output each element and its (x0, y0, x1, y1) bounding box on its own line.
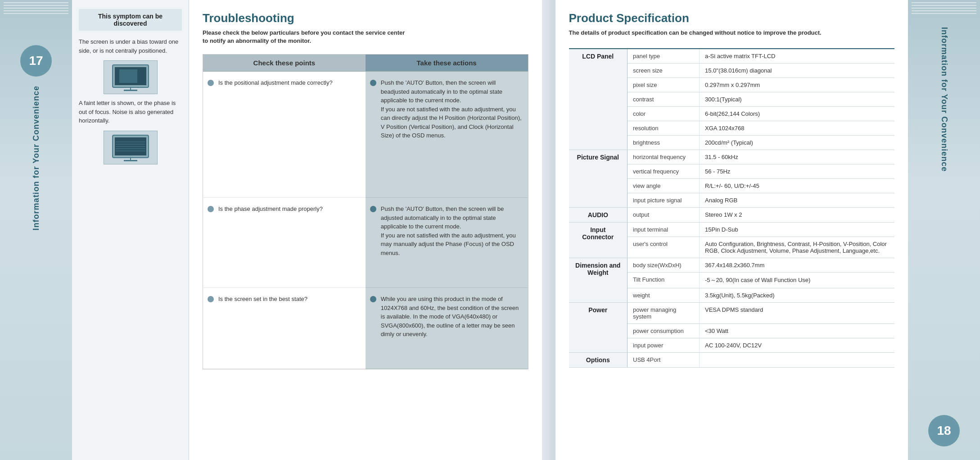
check-dot-1 (208, 80, 214, 86)
label-tilt: Tilt Function (628, 273, 700, 288)
action-dot-1 (370, 80, 376, 86)
value-input-power: AC 100-240V, DC12V (700, 338, 895, 353)
value-power-managing: VESA DPMS standard (700, 303, 895, 324)
action-col-header: Take these actions (366, 55, 528, 72)
check-col-content: Is the positional adjustment made correc… (203, 72, 366, 369)
table-row: LCD Panel panel type a-Si active matrix … (569, 49, 895, 64)
value-tilt: -5～20, 90(In case of Wall Function Use) (700, 273, 895, 288)
sidebar-decoration-right-top (908, 0, 980, 18)
category-audio: AUDIO (569, 208, 628, 223)
label-input-terminal: input terminal (628, 223, 700, 237)
action-item-2: Push the 'AUTO' Button, then the screen … (366, 198, 528, 288)
label-input-signal: input picture signal (628, 193, 700, 208)
check-dot-3 (208, 296, 214, 302)
action-text-3: While you are using this product in the … (381, 295, 524, 339)
label-weight: weight (628, 288, 700, 303)
value-users-control: Auto Configuration, Brightness, Contrast… (700, 237, 895, 258)
page-number-right: 18 (928, 415, 960, 446)
value-resolution: XGA 1024x768 (700, 121, 895, 136)
page-number-left: 17 (20, 45, 52, 77)
check-text-2: Is the phase adjustment made properly? (218, 205, 323, 214)
left-sidebar: 17 Information for Your Convenience (0, 0, 72, 460)
table-row: Power power managing system VESA DPMS st… (569, 303, 895, 324)
label-h-freq: horizontal frequency (628, 150, 700, 164)
table-row: Options USB 4Port (569, 353, 895, 368)
right-sidebar: Information for Your Convenience 18 (908, 0, 980, 460)
right-sidebar-text: Information for Your Convenience (939, 27, 949, 172)
label-contrast: contrast (628, 92, 700, 107)
troubleshooting-title: Troubleshooting (203, 11, 528, 25)
check-dot-2 (208, 206, 214, 212)
value-panel-type: a-Si active matrix TFT-LCD (700, 49, 895, 64)
label-input-power: input power (628, 338, 700, 353)
value-color: 6-bit(262,144 Colors) (700, 107, 895, 121)
symptom-title: This symptom can be discovered (79, 9, 182, 31)
value-v-freq: 56 - 75Hz (700, 164, 895, 179)
spec-subtitle: The details of product specification can… (569, 29, 895, 37)
symptom-image-1 (104, 60, 158, 94)
symptom-desc-1: The screen is under a bias toward one si… (79, 37, 182, 55)
check-item-2: Is the phase adjustment made properly? (203, 198, 366, 288)
category-options: Options (569, 353, 628, 368)
label-brightness: brightness (628, 136, 700, 150)
label-users-control: user's control (628, 237, 700, 258)
action-item-3: While you are using this product in the … (366, 288, 528, 369)
label-v-freq: vertical frequency (628, 164, 700, 179)
spec-table: LCD Panel panel type a-Si active matrix … (569, 48, 895, 368)
label-power-consumption: power consumption (628, 324, 700, 338)
category-dimension: Dimension and Weight (569, 258, 628, 303)
label-color: color (628, 107, 700, 121)
svg-rect-4 (124, 90, 137, 91)
page-divider (542, 0, 555, 460)
table-row: Input Connector input terminal 15Pin D-S… (569, 223, 895, 237)
value-usb (700, 353, 895, 368)
action-col-content: Push the 'AUTO' Button, then the screen … (366, 72, 528, 369)
action-item-1: Push the 'AUTO' Button, then the screen … (366, 72, 528, 198)
check-item-3: Is the screen set in the best state? (203, 288, 366, 369)
action-dot-2 (370, 206, 376, 212)
label-view-angle: view angle (628, 179, 700, 193)
value-input-signal: Analog RGB (700, 193, 895, 208)
label-screen-size: screen size (628, 64, 700, 78)
value-brightness: 200cd/m² (Typical) (700, 136, 895, 150)
label-pixel-size: pixel size (628, 78, 700, 92)
check-col: Check these points Is the positional adj… (203, 55, 366, 369)
symptom-sidebar: This symptom can be discovered The scree… (72, 0, 189, 460)
check-col-header: Check these points (203, 55, 366, 72)
left-sidebar-text: Information for Your Convenience (32, 86, 41, 230)
label-body-size: body size(WxDxH) (628, 258, 700, 273)
value-weight: 3.5kg(Unit), 5.5kg(Packed) (700, 288, 895, 303)
label-power-managing: power managing system (628, 303, 700, 324)
category-input: Input Connector (569, 223, 628, 258)
value-input-terminal: 15Pin D-Sub (700, 223, 895, 237)
svg-rect-13 (124, 160, 137, 161)
action-text-1: Push the 'AUTO' Button, then the screen … (381, 78, 524, 140)
trouble-table: Check these points Is the positional adj… (203, 54, 528, 369)
troubleshooting-section: Troubleshooting Please check the below p… (189, 0, 542, 460)
value-screen-size: 15.0"(38.016cm) diagonal (700, 64, 895, 78)
symptom-desc-2: A faint letter is shown, or the phase is… (79, 99, 182, 125)
label-usb: USB 4Port (628, 353, 700, 368)
value-body-size: 367.4x148.2x360.7mm (700, 258, 895, 273)
spec-section: Product Specification The details of pro… (555, 0, 908, 460)
svg-rect-2 (119, 69, 137, 83)
label-output: output (628, 208, 700, 223)
spec-title: Product Specification (569, 11, 895, 25)
table-row: Dimension and Weight body size(WxDxH) 36… (569, 258, 895, 273)
action-dot-3 (370, 296, 376, 302)
value-power-consumption: <30 Watt (700, 324, 895, 338)
value-h-freq: 31.5 - 60kHz (700, 150, 895, 164)
check-text-1: Is the positional adjustment made correc… (218, 78, 333, 87)
action-text-2: Push the 'AUTO' Button, then the screen … (381, 205, 524, 257)
category-power: Power (569, 303, 628, 353)
category-picture: Picture Signal (569, 150, 628, 208)
sidebar-decoration-top (0, 0, 72, 18)
table-row: AUDIO output Stereo 1W x 2 (569, 208, 895, 223)
category-lcd: LCD Panel (569, 49, 628, 150)
check-text-3: Is the screen set in the best state? (218, 295, 307, 304)
value-output: Stereo 1W x 2 (700, 208, 895, 223)
table-row: Picture Signal horizontal frequency 31.5… (569, 150, 895, 164)
label-panel-type: panel type (628, 49, 700, 64)
value-pixel-size: 0.297mm x 0.297mm (700, 78, 895, 92)
value-view-angle: R/L:+/- 60, U/D:+/-45 (700, 179, 895, 193)
